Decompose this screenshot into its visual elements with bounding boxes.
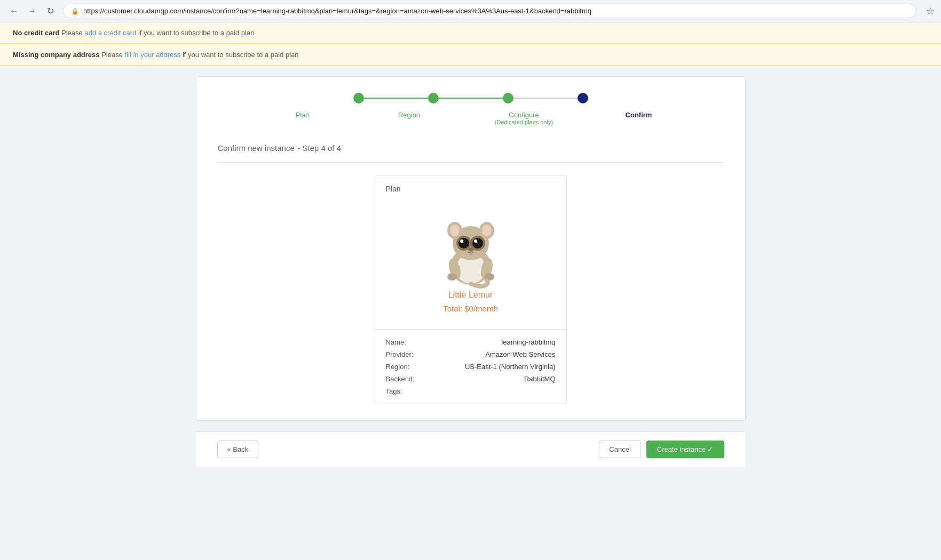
detail-row-tags: Tags: <box>386 387 556 395</box>
step-spacer-3 <box>553 107 618 125</box>
step-label-confirm: Confirm <box>626 111 652 119</box>
confirm-title-text: Confirm new instance <box>218 143 295 153</box>
footer-right-buttons: Cancel Create instance ✓ <box>599 441 724 458</box>
cancel-button[interactable]: Cancel <box>599 441 640 458</box>
browser-chrome: ← → ↻ 🔒 https://customer.cloudamqp.com/i… <box>0 0 941 22</box>
back-button[interactable]: « Back <box>217 441 259 458</box>
step-line-3 <box>513 98 578 99</box>
detail-row-region: Region: US-East-1 (Northern Virginia) <box>386 363 556 371</box>
step-sublabel-configure: (Dedicated plans only) <box>495 119 553 125</box>
plan-details: Name: learning-rabbitmq Provider: Amazon… <box>375 330 566 404</box>
backend-label: Backend: <box>386 375 415 383</box>
step-indicator: - Step 4 of 4 <box>297 143 341 153</box>
footer-wrapper: « Back Cancel Create instance ✓ <box>196 431 746 467</box>
step-dot-configure <box>503 93 513 103</box>
step-dot-plan <box>353 93 364 103</box>
svg-point-14 <box>476 242 477 243</box>
svg-point-13 <box>462 242 463 243</box>
step-line-1 <box>364 98 428 99</box>
no-credit-card-text-before: Please <box>61 29 83 37</box>
step-dot-confirm <box>578 93 588 103</box>
missing-address-text-after: if you want to subscribe to a paid plan <box>183 51 299 59</box>
svg-point-9 <box>458 238 469 249</box>
step-dot-region <box>428 93 439 103</box>
detail-row-backend: Backend: RabbitMQ <box>386 375 556 383</box>
step-label-configure: Configure <box>509 111 539 119</box>
step-spacer-2 <box>431 107 495 125</box>
footer-inner: « Back Cancel Create instance ✓ <box>196 432 746 467</box>
step-item-confirm: Confirm <box>618 107 660 125</box>
svg-point-10 <box>472 238 483 249</box>
step-label-region: Region <box>398 111 420 119</box>
plan-header-label: Plan <box>386 185 556 193</box>
name-value: learning-rabbitmq <box>501 338 555 346</box>
create-instance-button[interactable]: Create instance ✓ <box>646 441 724 458</box>
back-button[interactable]: ← <box>6 4 21 19</box>
bookmark-button[interactable]: ☆ <box>926 5 935 17</box>
plan-card-header: Plan <box>375 176 566 330</box>
no-credit-card-bold: No credit card <box>13 29 59 37</box>
provider-label: Provider: <box>386 350 414 358</box>
step-item-configure: Configure (Dedicated plans only) <box>495 107 553 125</box>
missing-address-bold: Missing company address <box>13 51 100 59</box>
add-credit-card-link[interactable]: add a credit card <box>84 29 136 37</box>
detail-row-provider: Provider: Amazon Web Services <box>386 350 556 358</box>
svg-point-16 <box>469 247 473 251</box>
missing-address-text-before: Please <box>101 51 123 59</box>
page-content: No credit card Please add a credit card … <box>0 22 941 467</box>
tags-label: Tags: <box>386 387 402 395</box>
svg-point-19 <box>447 273 457 281</box>
forward-button[interactable]: → <box>25 4 39 19</box>
lock-icon: 🔒 <box>71 7 79 15</box>
stepper: Plan Region Configure (Dedicated plans o… <box>218 93 724 125</box>
step-item-region: Region <box>388 107 431 125</box>
fill-address-link[interactable]: fill in your address <box>125 51 181 59</box>
plan-card: Plan <box>375 175 567 404</box>
svg-point-6 <box>482 225 492 236</box>
no-credit-card-alert: No credit card Please add a credit card … <box>0 22 941 44</box>
step-line-2 <box>439 98 503 99</box>
url-text: https://customer.cloudamqp.com/instance/… <box>83 7 591 15</box>
plan-total: Total: $0/month <box>443 304 498 313</box>
missing-address-alert: Missing company address Please fill in y… <box>0 44 941 66</box>
reload-button[interactable]: ↻ <box>43 4 58 19</box>
backend-value: RabbitMQ <box>524 375 556 383</box>
region-value: US-East-1 (Northern Virginia) <box>465 363 556 371</box>
lemur-illustration <box>433 205 508 290</box>
create-instance-label: Create instance ✓ <box>657 445 714 453</box>
step-label-plan: Plan <box>295 111 309 119</box>
region-label: Region: <box>386 363 410 371</box>
name-label: Name: <box>386 338 406 346</box>
stepper-labels-row: Plan Region Configure (Dedicated plans o… <box>218 107 724 125</box>
step-item-plan: Plan <box>281 107 324 125</box>
plan-name: Little Lemur <box>448 290 493 300</box>
plan-animal-container: Little Lemur Total: $0/month <box>386 199 556 318</box>
svg-point-4 <box>450 225 460 236</box>
stepper-dots-row <box>218 93 724 103</box>
provider-value: Amazon Web Services <box>485 350 555 358</box>
detail-row-name: Name: learning-rabbitmq <box>386 338 556 346</box>
nav-buttons: ← → ↻ <box>6 4 58 19</box>
address-bar[interactable]: 🔒 https://customer.cloudamqp.com/instanc… <box>63 4 916 18</box>
no-credit-card-text-after: if you want to subscribe to a paid plan <box>138 29 255 37</box>
main-card: Plan Region Configure (Dedicated plans o… <box>196 76 746 421</box>
step-spacer-1 <box>324 107 388 125</box>
confirm-title: Confirm new instance - Step 4 of 4 <box>218 141 724 163</box>
